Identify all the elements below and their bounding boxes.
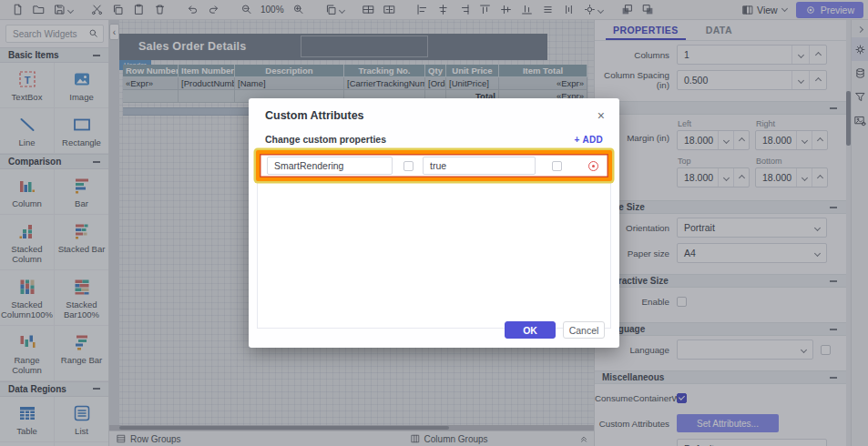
attributes-list	[257, 151, 611, 329]
value-expression-checkbox[interactable]	[552, 161, 562, 171]
add-attribute-button[interactable]: + ADD	[575, 135, 603, 145]
attribute-row	[265, 157, 603, 175]
attribute-name-input[interactable]	[267, 157, 393, 175]
ok-button[interactable]: OK	[505, 321, 556, 339]
name-expression-checkbox[interactable]	[403, 161, 414, 171]
annotation-highlight	[256, 150, 612, 181]
dialog-title: Custom Attributes	[265, 109, 364, 122]
custom-attributes-dialog: Custom Attributes × Change custom proper…	[249, 98, 619, 348]
delete-attribute-icon[interactable]	[588, 161, 598, 171]
close-icon[interactable]: ×	[597, 110, 605, 121]
report-designer-app: 100% View Preview	[0, 0, 868, 446]
cancel-button[interactable]: Cancel	[563, 321, 605, 339]
dialog-subtitle: Change custom properties	[265, 134, 386, 145]
attribute-value-input[interactable]	[423, 157, 536, 175]
